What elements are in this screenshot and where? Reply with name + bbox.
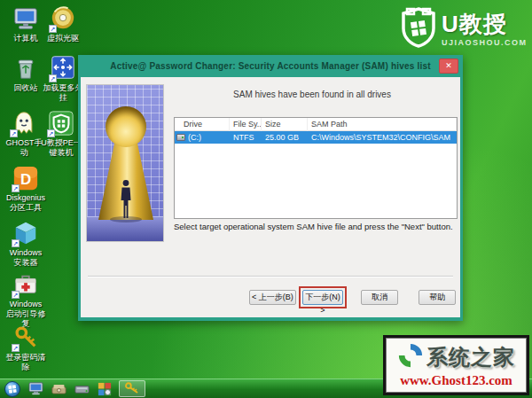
password-changer-dialog: Active@ Password Changer: Security Accou… [78,55,463,321]
col-header-filesystem[interactable]: File Sy... [230,118,262,131]
shortcut-arrow-icon: ↗ [49,25,57,33]
recycle-bin-icon [12,55,39,82]
col-header-drive[interactable]: Drive [175,118,230,131]
desktop-icon-label: Diskgenius 分区工具 [5,193,46,213]
table-header-row: Drive File Sy... Size SAM Path [175,118,457,131]
desktop-icon-windows-installer[interactable]: ↗ Windows 安装器 [5,220,46,268]
sam-hives-table: Drive File Sy... Size SAM Path (C:) NTFS… [174,117,458,219]
watermark-url: www.Ghost123.com [400,373,512,388]
found-message: SAM hives have been found in all drives [166,90,458,99]
cell-filesystem: NTFS [230,131,262,144]
desktop-icon-boot-repair[interactable]: ↗ Windows 启动引导修复 [5,271,46,328]
taskbar-active-password-changer[interactable] [119,380,145,397]
col-header-sam-path[interactable]: SAM Path [308,118,457,131]
next-button[interactable]: 下一步(N) > [302,290,343,305]
cell-drive: (C:) [175,131,230,144]
desktop-icon-computer[interactable]: 计算机 [5,5,46,43]
watermark-box: 系统之家 www.Ghost123.com [383,335,529,395]
desktop-icon-label: 回收站 [5,83,46,93]
desktop: { "brand": { "logo_title": "U教授", "logo_… [0,0,532,398]
shield-windows-icon [401,7,436,51]
brand-subtitle: UJIAOSHOU.COM [442,38,528,47]
cell-sam-path: C:\Windows\SYSTEM32\CONFIG\SAM [308,131,457,144]
keyhole-artwork [86,84,164,242]
col-header-size[interactable]: Size [262,118,308,131]
swirl-logo-icon [397,342,424,372]
shortcut-arrow-icon: ↗ [47,129,55,137]
desktop-icon-label: Windows 安装器 [5,248,46,268]
diskgenius-icon: D ↗ [12,165,39,191]
desktop-icon-label: GHOST手动 [4,138,44,158]
cell-size: 25.00 GB [262,131,308,144]
computer-icon [12,5,39,32]
start-button[interactable] [4,381,21,397]
brand-title: U教授 [442,12,528,35]
desktop-icon-label: 登录密码清除 [5,353,46,372]
svg-text:D: D [20,171,31,188]
desktop-icon-password-clear[interactable]: ↗ 登录密码清除 [5,324,46,372]
taskbar-utility-icon[interactable] [96,381,113,397]
close-icon[interactable]: ✕ [439,59,458,74]
shortcut-arrow-icon: ↗ [12,184,20,192]
person-silhouette-icon [117,179,135,223]
table-row-selected[interactable]: (C:) NTFS 25.00 GB C:\Windows\SYSTEM32\C… [175,131,457,144]
help-button[interactable]: 帮助 [419,290,456,305]
upe-shield-icon: ↗ [48,110,74,137]
dialog-body: SAM hives have been found in all drives … [81,77,460,317]
desktop-icon-recycle-bin[interactable]: 回收站 [5,55,46,93]
taskbar-display-icon[interactable] [27,381,44,397]
instruction-text: Select target operational system SAM hiv… [174,222,453,231]
brand-logo: U教授 UJIAOSHOU.COM [401,7,528,51]
back-button[interactable]: < 上一步(B) [249,290,296,305]
taskbar-device-icon[interactable] [73,381,90,397]
button-separator [88,276,453,277]
first-aid-icon: ↗ [12,271,39,298]
shortcut-arrow-icon: ↗ [12,291,20,299]
desktop-icon-label: 虚拟光驱 [43,34,83,43]
key-task-icon [124,381,140,397]
installer-box-icon: ↗ [12,220,39,246]
watermark-title: 系统之家 [426,343,515,371]
plugins-icon: ↗ [50,55,76,82]
desktop-icon-upe-installer[interactable]: ↗ U教授PE一键装机 [41,110,82,158]
ghost-icon: ↗ [11,110,37,137]
desktop-icon-label: U教授PE一键装机 [41,138,82,158]
shortcut-arrow-icon: ↗ [10,129,18,137]
desktop-icon-diskgenius[interactable]: D ↗ Diskgenius 分区工具 [5,165,46,213]
desktop-icon-label: 计算机 [5,34,46,43]
shortcut-arrow-icon: ↗ [12,344,20,352]
windows-orb-icon [4,381,20,397]
shortcut-arrow-icon: ↗ [49,74,57,82]
gold-key-icon: ↗ [12,324,39,351]
desktop-icon-ghost-manual[interactable]: ↗ GHOST手动 [4,110,44,158]
keyhole-circle [106,106,146,147]
taskbar-burner-icon[interactable] [50,381,67,397]
cd-icon: ↗ [50,5,76,32]
dialog-titlebar[interactable]: Active@ Password Changer: Security Accou… [81,55,460,77]
dialog-title: Active@ Password Changer: Security Accou… [110,61,430,71]
cancel-button[interactable]: 取消 [361,290,398,305]
drive-icon [176,134,185,141]
shortcut-arrow-icon: ↗ [12,239,20,247]
desktop-icon-virtual-cd[interactable]: ↗ 虚拟光驱 [43,5,83,43]
